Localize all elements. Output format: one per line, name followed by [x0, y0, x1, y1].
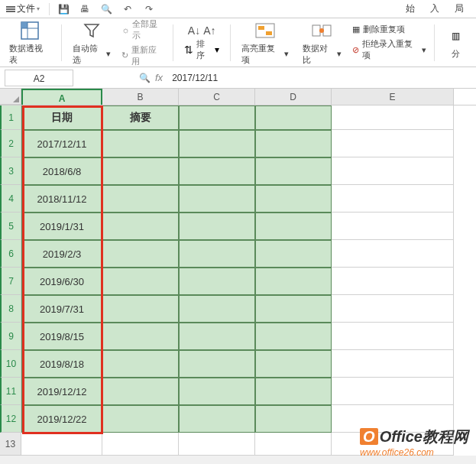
row-header[interactable]: 7 [0, 268, 21, 295]
preview-icon[interactable]: 🔍 [99, 2, 114, 17]
tool-reject-dup[interactable]: ⊘ 拒绝录入重复项 ▾ [352, 38, 426, 61]
cell[interactable] [255, 268, 332, 295]
row-header[interactable]: 2 [0, 130, 21, 157]
row-header[interactable]: 8 [0, 295, 21, 323]
sort-desc-icon[interactable]: A↑ [203, 24, 215, 37]
cell[interactable] [102, 378, 179, 405]
tool-sort[interactable]: ⇅ 排序 ▾ [181, 38, 223, 61]
cell[interactable] [255, 130, 332, 157]
cell[interactable] [102, 350, 179, 378]
cell[interactable] [179, 378, 255, 405]
cell[interactable] [255, 240, 332, 268]
cell[interactable] [179, 185, 255, 213]
menu-file[interactable]: 文件 ▾ [3, 1, 43, 17]
cell[interactable] [332, 185, 454, 213]
row-header[interactable]: 5 [0, 213, 21, 240]
col-header-C[interactable]: C [179, 89, 255, 105]
col-header-E[interactable]: E [332, 89, 454, 105]
cell[interactable] [332, 350, 454, 378]
cell[interactable] [255, 157, 332, 185]
cell[interactable]: 2018/6/8 [21, 157, 102, 185]
cell[interactable] [332, 323, 454, 350]
row-header[interactable]: 10 [0, 350, 21, 378]
cell[interactable] [179, 130, 255, 157]
row-header[interactable]: 9 [0, 323, 21, 350]
save-icon[interactable]: 💾 [56, 2, 71, 17]
cell-A1[interactable]: 日期 [21, 105, 102, 130]
redo-icon[interactable]: ↷ [141, 2, 157, 17]
tab-layout[interactable]: 页面布局 [448, 0, 470, 18]
cell[interactable] [102, 185, 179, 213]
cell[interactable] [255, 350, 332, 378]
zoom-icon[interactable]: 🔍 [139, 73, 151, 83]
cell[interactable]: 2019/7/31 [21, 295, 102, 323]
cell[interactable] [102, 323, 179, 350]
cell[interactable] [102, 405, 179, 433]
cell[interactable] [332, 130, 454, 157]
cell[interactable] [255, 433, 332, 456]
cell[interactable]: 2017/12/11 [21, 130, 102, 157]
cell[interactable] [332, 295, 454, 323]
cell[interactable]: 2019/6/30 [21, 268, 102, 295]
row-header[interactable]: 3 [0, 157, 21, 185]
col-header-A[interactable]: A [21, 89, 102, 105]
cell[interactable]: 2019/2/3 [21, 240, 102, 268]
cell[interactable] [179, 157, 255, 185]
cell[interactable]: 2019/1/31 [21, 213, 102, 240]
cell[interactable] [332, 157, 454, 185]
cell[interactable]: 2019/12/22 [21, 405, 102, 433]
select-all-corner[interactable] [0, 89, 21, 105]
cell[interactable] [179, 323, 255, 350]
cell[interactable]: 2019/8/18 [21, 350, 102, 378]
print-icon[interactable]: 🖶 [77, 2, 92, 17]
row-header[interactable]: 4 [0, 185, 21, 213]
cell[interactable] [179, 350, 255, 378]
row-header[interactable]: 6 [0, 240, 21, 268]
cell[interactable] [255, 378, 332, 405]
cell[interactable] [332, 378, 454, 405]
tab-formula[interactable]: 公式 [473, 0, 476, 18]
col-header-B[interactable]: B [102, 89, 179, 105]
cell[interactable]: 2019/8/15 [21, 323, 102, 350]
tool-autofilter[interactable]: 自动筛选▾ [70, 20, 115, 66]
cell-D1[interactable] [255, 105, 332, 130]
tool-remove-dup[interactable]: ▦ 删除重复项 [352, 24, 426, 35]
row-header[interactable]: 1 [0, 105, 21, 130]
tool-data-compare[interactable]: 数据对比▾ [300, 20, 345, 66]
cell[interactable] [179, 405, 255, 433]
cell[interactable] [179, 240, 255, 268]
formula-input[interactable] [167, 70, 476, 86]
cell[interactable] [332, 268, 454, 295]
fx-icon[interactable]: fx [155, 72, 163, 83]
cell[interactable]: 2019/12/12 [21, 378, 102, 405]
tab-insert[interactable]: 插入 [424, 0, 445, 18]
row-header[interactable]: 11 [0, 378, 21, 405]
cell-B1[interactable]: 摘要 [102, 105, 179, 130]
col-header-D[interactable]: D [255, 89, 332, 105]
cell[interactable] [102, 213, 179, 240]
sort-asc-icon[interactable]: A↓ [188, 24, 200, 37]
tab-start[interactable]: 开始 [400, 0, 421, 18]
row-header[interactable]: 13 [0, 433, 21, 456]
tool-show-all[interactable]: ☼ 全部显示 [121, 18, 165, 41]
cell[interactable] [21, 433, 102, 456]
name-box[interactable]: A2 [5, 70, 73, 86]
cell[interactable] [102, 295, 179, 323]
tool-reapply[interactable]: ↻ 重新应用 [121, 44, 165, 67]
cell[interactable] [102, 268, 179, 295]
cell[interactable] [255, 213, 332, 240]
cell[interactable] [179, 213, 255, 240]
cell[interactable] [179, 433, 255, 456]
cell[interactable] [179, 268, 255, 295]
cell[interactable] [102, 130, 179, 157]
cell[interactable] [332, 213, 454, 240]
cell-E1[interactable] [332, 105, 454, 130]
cell[interactable] [255, 323, 332, 350]
cell[interactable]: 2018/11/12 [21, 185, 102, 213]
cell[interactable] [102, 240, 179, 268]
tool-split[interactable]: ▥ 分 [442, 25, 470, 60]
cell-C1[interactable] [179, 105, 255, 130]
cell[interactable] [255, 405, 332, 433]
cell[interactable] [102, 433, 179, 456]
cell[interactable] [255, 295, 332, 323]
